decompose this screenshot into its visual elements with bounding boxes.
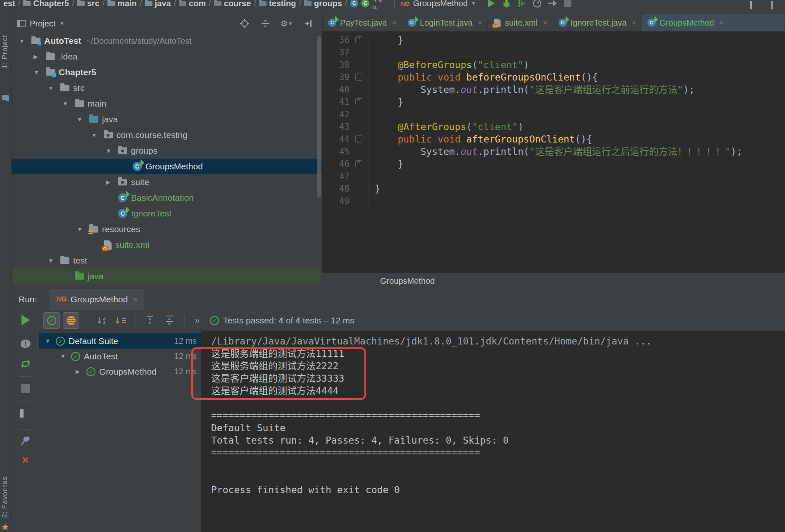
test-row-AutoTest[interactable]: ▼✓AutoTest12 ms [39, 349, 201, 364]
tree-row-groups[interactable]: ▼groups [12, 143, 322, 159]
tree-collapsed-arrow-icon[interactable]: ▶ [33, 53, 46, 60]
expand-all-button[interactable]: ▼▼ [142, 312, 158, 329]
project-tree-scrollbar[interactable] [317, 36, 321, 197]
tree-row-src[interactable]: ▼src [12, 80, 322, 96]
fold-marker-icon[interactable]: ^ [355, 98, 362, 105]
tree-expanded-arrow-icon[interactable]: ▼ [77, 116, 89, 123]
hide-panel-button[interactable] [303, 18, 315, 29]
breadcrumb-item-course[interactable]: course [214, 0, 251, 8]
fold-marker-icon[interactable]: ^ [355, 36, 362, 43]
restore-layout-button[interactable] [12, 410, 39, 419]
close-icon[interactable]: × [543, 19, 547, 27]
tree-expanded-arrow-icon[interactable]: ▼ [77, 226, 89, 233]
star-icon[interactable]: ★ [1, 522, 9, 532]
tree-row-Chapter5[interactable]: ▼Chapter5 [12, 64, 322, 80]
tree-row-IgnoreTest[interactable]: CIgnoreTest [12, 206, 322, 221]
pin-tab-button[interactable] [12, 435, 39, 446]
show-passed-toggle[interactable]: ✓ [43, 312, 60, 329]
stop-button[interactable] [561, 0, 574, 10]
close-run-panel-button[interactable]: × [12, 455, 39, 465]
breadcrumb-item-groups[interactable]: groups [304, 0, 342, 8]
close-icon[interactable]: × [478, 19, 483, 27]
sort-by-duration-button[interactable]: ↓ [112, 312, 128, 329]
tree-expanded-arrow-icon[interactable]: ▼ [48, 85, 60, 91]
tree-row-resources[interactable]: ▼resources [12, 221, 322, 237]
code-token [432, 72, 438, 83]
tree-expanded-arrow-icon[interactable]: ▼ [91, 132, 104, 138]
stop-button[interactable] [12, 384, 39, 393]
tree-collapsed-arrow-icon[interactable]: ▶ [106, 179, 118, 185]
code-text: } [369, 158, 403, 170]
test-row-GroupsMethod[interactable]: ▶✓GroupsMethod12 ms [39, 364, 201, 379]
more-actions-chevrons[interactable]: » [195, 316, 200, 325]
profiler-button[interactable] [531, 0, 543, 10]
breadcrumb-item-Chapter5[interactable]: Chapter5 [23, 0, 69, 8]
tree-row-suite[interactable]: ▶suite [12, 174, 322, 190]
tab-IgnoreTest.java[interactable]: CIgnoreTest.java× [553, 14, 642, 31]
tree-row-java[interactable]: ▼java [12, 112, 322, 127]
collapse-all-button[interactable]: ▲▼ [161, 312, 178, 329]
tree-row-GroupsMethod[interactable]: CGroupsMethod [12, 159, 322, 174]
show-ignored-toggle[interactable] [63, 312, 79, 329]
code-editor[interactable]: 36^ }3738 @BeforeGroups("client")39- pub… [322, 31, 785, 273]
tree-row-test[interactable]: ▼test [12, 253, 322, 268]
close-icon[interactable]: × [133, 295, 138, 304]
tree-row-java[interactable]: java [12, 268, 322, 284]
search-everywhere-icon[interactable] [750, 2, 759, 12]
run-tab-groupsmethod[interactable]: NG GroupsMethod × [50, 289, 144, 310]
breadcrumb-item-main[interactable]: main [107, 0, 137, 8]
tab-PayTest.java[interactable]: CPayTest.java× [323, 14, 402, 31]
tool-window-button-favorites[interactable]: 2: Favorites [1, 476, 9, 518]
step-arrow-button[interactable] [546, 0, 559, 10]
tests-passed-icon: ✓ [210, 316, 219, 325]
run-config-selector[interactable]: NG GroupsMethod ▼ [394, 0, 482, 10]
collapse-all-button[interactable] [259, 18, 271, 29]
fold-marker-icon[interactable]: ^ [355, 160, 362, 167]
code-token: (){ [581, 72, 598, 83]
collapsed-arrow-icon[interactable]: ▶ [76, 368, 86, 375]
expanded-arrow-icon[interactable]: ▼ [45, 338, 56, 344]
rerun-button[interactable] [12, 315, 39, 325]
breadcrumb-item-testing[interactable]: testing [259, 0, 296, 8]
tree-expanded-arrow-icon[interactable]: ▼ [48, 257, 60, 264]
tab-LoginTest.java[interactable]: CLoginTest.java× [402, 14, 488, 31]
tree-expanded-arrow-icon[interactable]: ▼ [33, 69, 46, 76]
fold-gutter: ^ [350, 96, 369, 108]
breadcrumb-item-java[interactable]: java [145, 0, 171, 8]
toggle-auto-test-button[interactable] [12, 359, 39, 369]
close-icon[interactable]: × [719, 19, 724, 27]
locate-file-button[interactable] [239, 18, 250, 29]
breadcrumb-item-com[interactable]: com [179, 0, 206, 8]
tree-row-suite.xml[interactable]: suite.xml [12, 237, 322, 253]
rerun-failed-button[interactable]: ! [12, 340, 39, 348]
project-view-selector[interactable]: Project ▼ [17, 19, 64, 28]
expanded-arrow-icon[interactable]: ▼ [60, 353, 71, 359]
fold-marker-icon[interactable]: - [355, 135, 362, 142]
tree-expanded-arrow-icon[interactable]: ▼ [19, 38, 31, 44]
run-button[interactable] [485, 0, 497, 10]
test-row-Default Suite[interactable]: ▼✓Default Suite12 ms [39, 333, 201, 349]
tree-row-AutoTest[interactable]: ▼AutoTest~/Documents/study/AutoTest [12, 33, 322, 49]
close-icon[interactable]: × [632, 19, 636, 27]
breadcrumb-item-src[interactable]: src [77, 0, 100, 8]
coverage-button[interactable] [516, 0, 528, 10]
tree-row-main[interactable]: ▼main [12, 96, 322, 112]
sort-alphabetically-button[interactable]: ↓az [93, 312, 109, 329]
tree-row-com.course.testng[interactable]: ▼com.course.testng [12, 127, 322, 143]
settings-button[interactable]: ⚙▼ [281, 18, 293, 29]
editor-breadcrumb[interactable]: GroupsMethod [322, 273, 785, 289]
tree-expanded-arrow-icon[interactable]: ▼ [106, 147, 118, 154]
code-token [375, 59, 397, 70]
tool-window-button-project[interactable]: 1: Project [1, 35, 9, 69]
tree-row-BasicAnnotation[interactable]: CBasicAnnotation [12, 190, 322, 206]
find-action-icon[interactable] [771, 2, 780, 12]
tab-GroupsMethod[interactable]: CGroupsMethod× [642, 14, 785, 31]
tree-expanded-arrow-icon[interactable]: ▼ [62, 100, 75, 107]
tree-row-.idea[interactable]: ▶.idea [12, 49, 322, 64]
fold-marker-icon[interactable]: - [355, 74, 362, 81]
tab-suite.xml[interactable]: suite.xml× [488, 14, 553, 31]
close-icon[interactable]: × [392, 19, 397, 27]
folder-icon [75, 100, 84, 107]
debug-button[interactable] [500, 0, 513, 10]
breadcrumb-item-est[interactable]: est [3, 0, 15, 8]
